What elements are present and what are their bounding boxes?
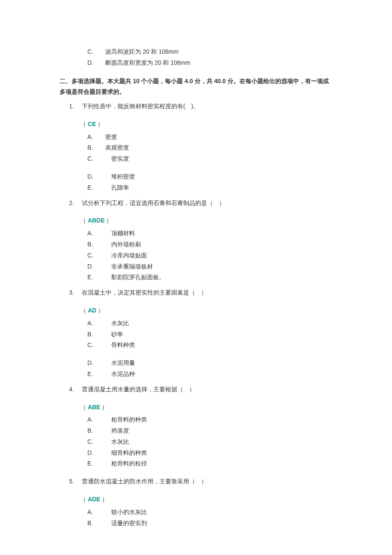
option-letter: D. bbox=[87, 58, 105, 68]
option-text: 冷库内墙贴面 bbox=[105, 251, 332, 261]
option-row: A. 水灰比 bbox=[87, 318, 332, 329]
option-letter: A. bbox=[87, 132, 105, 142]
paren-open: （ bbox=[80, 217, 88, 224]
option-row: A.密度 bbox=[87, 132, 332, 142]
question-block: 4. 普通混凝土用水量的选择，主要根据（ ） （ ABE ） A. 粗骨料的种类… bbox=[60, 384, 332, 469]
option-letter: D. bbox=[87, 262, 105, 272]
option-text: 水灰比 bbox=[105, 318, 332, 329]
option-letter: B. bbox=[87, 518, 105, 529]
option-letter: E. bbox=[87, 272, 105, 283]
option-row: D. 非承重隔墙板材 bbox=[87, 262, 332, 272]
options-gap bbox=[60, 165, 332, 172]
options-gap bbox=[60, 351, 332, 358]
option-letter: E. bbox=[87, 183, 105, 193]
options-group: A. 较小的水灰比 B. 适量的密实剂 bbox=[60, 507, 332, 529]
question-line: 1. 下列性质中，能反映材料密实程度的有( )。 bbox=[69, 101, 332, 112]
paren-close: ） bbox=[100, 404, 108, 410]
paren-open: （ bbox=[80, 404, 88, 410]
option-row: C. 密实度 bbox=[87, 154, 332, 164]
option-row: C. 水灰比 bbox=[87, 437, 332, 447]
question-text: 普通混凝土用水量的选择，主要根据（ ） bbox=[82, 384, 332, 395]
option-row: C. 骨料种类 bbox=[87, 340, 332, 350]
answer-value: ADE bbox=[88, 496, 101, 503]
header-count: 10 bbox=[133, 78, 141, 84]
paren-close: ） bbox=[96, 121, 104, 127]
option-row: D. 堆积密度 bbox=[87, 172, 332, 182]
paren-open: （ bbox=[80, 307, 88, 314]
option-text: 水泥品种 bbox=[105, 369, 332, 379]
option-letter: B. bbox=[87, 143, 105, 153]
option-text: 较小的水灰比 bbox=[105, 507, 332, 517]
option-text: 密实度 bbox=[105, 154, 332, 164]
paren-open: （ bbox=[80, 121, 88, 127]
prelude-options: C. 波高和波距为 20 和 106mm D. 断面高度和宽度为 20 和 10… bbox=[60, 47, 332, 68]
option-letter: B. bbox=[87, 240, 105, 250]
question-block: 1. 下列性质中，能反映材料密实程度的有( )。 （ CE ） A.密度 B.表… bbox=[60, 101, 332, 193]
answer-line: （ CE ） bbox=[80, 119, 332, 130]
answer-value: CE bbox=[88, 121, 96, 127]
options-group: A. 粗骨料的种类 B. 坍落度 C. 水灰比 D. 细骨料的种类 E. 粗骨料… bbox=[60, 415, 332, 469]
question-number: 2. bbox=[69, 198, 82, 208]
answer-line: （ AD ） bbox=[80, 306, 332, 316]
option-letter: C. bbox=[87, 340, 105, 350]
header-mid1: 个小题，每小题 bbox=[141, 78, 184, 84]
option-text: 孔隙率 bbox=[105, 183, 332, 193]
answer-line: （ ABDE ） bbox=[80, 216, 332, 226]
option-letter: A. bbox=[87, 318, 105, 329]
option-text: 坍落度 bbox=[105, 426, 332, 436]
option-text: 顶棚材料 bbox=[105, 228, 332, 239]
option-letter: C. bbox=[87, 437, 105, 447]
question-number: 4. bbox=[69, 384, 82, 395]
option-text: 表观密度 bbox=[105, 143, 332, 153]
question-number: 3. bbox=[69, 288, 82, 298]
option-letter: D. bbox=[87, 172, 105, 182]
answer-line: （ ABE ） bbox=[80, 402, 332, 413]
options-group: A. 顶棚材料 B. 内外墙粉刷 C. 冷库内墙贴面 D. 非承重隔墙板材 E.… bbox=[60, 228, 332, 283]
question-text: 下列性质中，能反映材料密实程度的有( )。 bbox=[82, 101, 332, 112]
question-block: 5. 普通防水混凝土的防水作用，主要靠采用（ ） （ ADE ） A. 较小的水… bbox=[60, 477, 332, 528]
options-group: A.密度 B.表观密度 C. 密实度 D. 堆积密度 E. 孔隙率 bbox=[60, 132, 332, 193]
question-number: 5. bbox=[69, 477, 82, 487]
option-row: C. 波高和波距为 20 和 106mm bbox=[87, 47, 332, 57]
option-text: 密度 bbox=[105, 132, 332, 142]
option-row: E. 孔隙率 bbox=[87, 183, 332, 193]
header-mid2: 分，共 bbox=[195, 78, 214, 84]
option-letter: D. bbox=[87, 358, 105, 368]
option-row: E. 粗骨料的粒径 bbox=[87, 459, 332, 469]
option-letter: D. bbox=[87, 448, 105, 458]
header-total: 40.0 bbox=[214, 78, 228, 84]
option-text: 水灰比 bbox=[105, 437, 332, 447]
option-row: A. 粗骨料的种类 bbox=[87, 415, 332, 425]
option-row: E. 影剧院穿孔贴面板。 bbox=[87, 272, 332, 283]
option-text: 细骨料的种类 bbox=[105, 448, 332, 458]
option-letter: A. bbox=[87, 228, 105, 239]
paren-close: ） bbox=[105, 217, 112, 224]
option-row: B. 砂率 bbox=[87, 330, 332, 340]
option-letter: C. bbox=[87, 154, 105, 164]
option-row: B. 坍落度 bbox=[87, 426, 332, 436]
question-line: 3. 在混凝土中，决定其密实性的主要因素是（ ） bbox=[69, 288, 332, 298]
answer-value: ABE bbox=[88, 404, 101, 410]
option-row: D. 细骨料的种类 bbox=[87, 448, 332, 458]
option-row: A. 较小的水灰比 bbox=[87, 507, 332, 517]
answer-value: ABDE bbox=[88, 217, 105, 224]
paren-close: ） bbox=[96, 307, 104, 314]
option-text: 骨料种类 bbox=[105, 340, 332, 350]
header-points: 4.0 bbox=[184, 78, 194, 84]
option-text: 内外墙粉刷 bbox=[105, 240, 332, 250]
question-line: 2. 试分析下列工程，适宜选用石膏和石膏制品的是（ ） bbox=[69, 198, 332, 208]
paren-close: ） bbox=[100, 496, 108, 503]
option-row: E. 水泥品种 bbox=[87, 369, 332, 379]
options-group: A. 水灰比 B. 砂率 C. 骨料种类 D. 水泥用量 E. 水泥品种 bbox=[60, 318, 332, 379]
option-letter: C. bbox=[87, 47, 105, 57]
option-text: 断面高度和宽度为 20 和 106mm bbox=[105, 58, 332, 68]
option-text: 水泥用量 bbox=[105, 358, 332, 368]
option-letter: E. bbox=[87, 459, 105, 469]
option-text: 适量的密实剂 bbox=[105, 518, 332, 529]
option-letter: C. bbox=[87, 251, 105, 261]
option-letter: B. bbox=[87, 330, 105, 340]
option-text: 粗骨料的种类 bbox=[105, 415, 332, 425]
option-row: B. 内外墙粉刷 bbox=[87, 240, 332, 250]
question-block: 3. 在混凝土中，决定其密实性的主要因素是（ ） （ AD ） A. 水灰比 B… bbox=[60, 288, 332, 379]
option-letter: E. bbox=[87, 369, 105, 379]
